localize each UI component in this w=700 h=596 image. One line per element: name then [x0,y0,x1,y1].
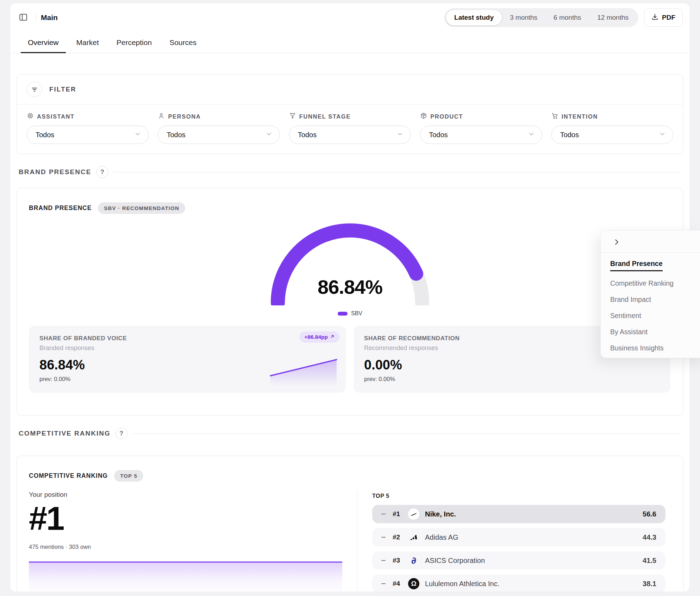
header-divider [36,13,36,22]
funnel-stage-select[interactable]: Todos [289,126,411,144]
intention-select[interactable]: Todos [551,126,673,144]
lululemon-logo-icon: Ω [408,578,419,589]
nav-item-by-assistant[interactable]: By Assistant [610,328,700,336]
nike-logo-icon [408,508,419,520]
tab-market[interactable]: Market [69,32,106,53]
filter-field-persona: PERSONA Todos [158,112,280,144]
section-rule [113,172,681,172]
user-icon [158,112,165,121]
time-range-latest-study[interactable]: Latest study [446,10,502,25]
download-pdf-button[interactable]: PDF [644,8,683,27]
adidas-logo-icon [408,532,419,543]
persona-select[interactable]: Todos [158,126,280,144]
time-range-6-months[interactable]: 6 months [545,10,589,25]
panel-left-icon [19,13,28,23]
section-rule [132,433,681,434]
dashboard-page: Main Latest study 3 months 6 months 12 m… [0,0,700,596]
top5-badge: TOP 5 [114,470,143,482]
position-area-chart [29,562,342,592]
page-title: Main [41,13,58,22]
vertical-divider [357,491,357,592]
trend-flat-icon [381,583,386,584]
filter-field-assistant: ASSISTANT Todos [27,112,149,144]
chevron-down-icon [265,131,273,139]
tab-overview[interactable]: Overview [21,32,66,53]
cpu-icon [27,112,34,121]
nav-item-sentiment[interactable]: Sentiment [610,312,700,320]
card-title: COMPETITIVE RANKING [29,472,108,480]
app-window: Main Latest study 3 months 6 months 12 m… [10,3,690,592]
tab-perception[interactable]: Perception [110,32,159,53]
rank-row-asics[interactable]: #3 ∂ ASICS Corporation 41.5 [372,551,665,570]
assistant-select[interactable]: Todos [27,126,149,144]
filter-title: FILTER [49,86,76,93]
mentions-caption: 475 mentions · 303 own [29,544,342,550]
sbv-legend-label: SBV [351,310,362,317]
nav-item-competitive-ranking[interactable]: Competitive Ranking [610,279,700,287]
trend-flat-icon [381,514,386,515]
trend-flat-icon [381,537,386,538]
gauge-value: 86.84% [267,275,433,298]
chevron-down-icon [528,131,535,139]
position-value: #1 [29,502,342,535]
rank-row-nike[interactable]: #1 Nike, Inc. 56.6 [372,505,665,523]
time-range-3-months[interactable]: 3 months [502,10,545,25]
nav-item-business-insights[interactable]: Business Insights [610,344,700,352]
chevron-right-icon [613,238,620,247]
page-bottom-gap [0,592,700,596]
competitive-ranking-section-header: COMPETITIVE RANKING ? [19,427,681,439]
sbv-sparkline [268,354,339,388]
arrow-up-right-icon [330,334,335,340]
time-range-selector: Latest study 3 months 6 months 12 months [444,8,638,27]
rank-row-adidas[interactable]: #2 Adidas AG 44.3 [372,528,665,546]
main-tab-bar: Overview Market Perception Sources [10,32,690,53]
tab-sources[interactable]: Sources [162,32,204,53]
help-icon[interactable]: ? [115,427,127,439]
filter-icon [27,82,42,97]
section-navigator-panel: Brand Presence Competitive Ranking Brand… [600,230,700,358]
product-select[interactable]: Todos [420,126,542,144]
help-icon[interactable]: ? [96,166,108,178]
rank-row-lululemon[interactable]: #4 Ω Lululemon Athletica Inc. 38.1 [372,575,665,592]
competitive-ranking-card: COMPETITIVE RANKING TOP 5 Your position … [17,456,683,592]
chevron-down-icon [134,131,141,139]
filter-card: FILTER ASSISTANT Todos [17,74,683,154]
package-icon [420,112,427,121]
nav-item-brand-impact[interactable]: Brand Impact [610,296,700,304]
top5-list-block: TOP 5 #1 Nike, Inc. 56.6 [372,491,665,592]
content-area: FILTER ASSISTANT Todos [10,74,690,592]
filter-field-product: PRODUCT Todos [420,112,542,144]
collapse-panel-button[interactable] [610,236,623,249]
chevron-down-icon [396,131,404,139]
cart-icon [551,112,558,121]
nav-item-brand-presence[interactable]: Brand Presence [610,260,700,271]
funnel-icon [289,112,296,121]
filter-field-intention: INTENTION Todos [551,112,673,144]
share-of-branded-voice-card: SHARE OF BRANDED VOICE Branded responses… [29,326,346,393]
time-range-12-months[interactable]: 12 months [589,10,637,25]
download-icon [651,13,658,22]
filter-field-funnel-stage: FUNNEL STAGE Todos [289,112,411,144]
sbv-gauge: 86.84% [267,217,433,307]
section-title: COMPETITIVE RANKING [19,430,111,437]
sbv-recommendation-badge: SBV · RECOMMENDATION [98,202,185,214]
top-bar: Main Latest study 3 months 6 months 12 m… [10,3,690,32]
delta-badge: +86.84pp [299,331,339,343]
card-title: BRAND PRESENCE [29,204,92,212]
brand-presence-section-header: BRAND PRESENCE ? [19,166,681,178]
your-position-block: Your position #1 475 mentions · 303 own [29,491,342,592]
panel-divider [601,252,700,253]
section-title: BRAND PRESENCE [19,168,91,176]
trend-flat-icon [381,560,386,561]
chevron-down-icon [659,131,666,139]
sidebar-toggle-button[interactable] [16,10,31,25]
brand-presence-card: BRAND PRESENCE SBV · RECOMMENDATION 86.8… [17,188,683,416]
sbv-legend-swatch [338,312,348,316]
asics-logo-icon: ∂ [408,555,419,566]
